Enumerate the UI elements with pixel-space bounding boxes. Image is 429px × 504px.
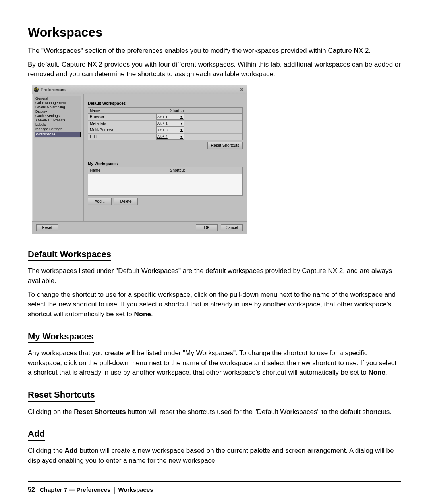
sidebar-item-labels[interactable]: Labels — [34, 123, 81, 127]
column-header-name: Name — [88, 108, 155, 114]
sidebar-item-manage-settings[interactable]: Manage Settings — [34, 127, 81, 131]
sidebar-item-color-management[interactable]: Color Management — [34, 101, 81, 105]
page-number: 52 — [28, 486, 35, 493]
sidebar-item-general[interactable]: General — [34, 96, 81, 101]
page-title: Workspaces — [28, 24, 401, 42]
page-footer: 52 Chapter 7 — Preferences | Workspaces — [28, 481, 401, 494]
section-add-p: Clicking the Add button will create a ne… — [28, 446, 401, 466]
sidebar-item-levels-sampling[interactable]: Levels & Sampling — [34, 105, 81, 110]
shortcut-dropdown[interactable]: Alt + 2▼ — [156, 121, 184, 127]
chevron-down-icon: ▼ — [180, 115, 183, 119]
dialog-titlebar: NX Preferences × — [32, 85, 247, 94]
intro-paragraph-1: The "Workspaces" section of the preferen… — [28, 46, 401, 56]
footer-chapter: Chapter 7 — Preferences — [40, 486, 110, 493]
shortcut-dropdown[interactable]: Alt + 1▼ — [156, 114, 184, 120]
shortcut-dropdown[interactable]: Alt + 4▼ — [156, 134, 184, 140]
sidebar-item-xmp-iptc-presets[interactable]: XMP/IPTC Presets — [34, 118, 81, 123]
default-workspaces-label: Default Workspaces — [88, 101, 243, 106]
section-my-workspaces-p: Any workspaces that you create will be l… — [28, 348, 401, 378]
preferences-content: Default Workspaces Name Shortcut Browser… — [84, 94, 247, 221]
section-add-heading: Add — [28, 428, 45, 441]
workspace-name: Edit — [88, 134, 155, 140]
close-icon[interactable]: × — [238, 86, 245, 94]
my-workspaces-label: My Workspaces — [88, 161, 243, 167]
my-workspaces-table: Name Shortcut — [88, 167, 243, 196]
cancel-button[interactable]: Cancel — [221, 224, 243, 231]
table-row: Multi-PurposeAlt + 3▼ — [88, 127, 242, 134]
table-row: BrowserAlt + 1▼ — [88, 114, 242, 121]
sidebar-item-workspaces[interactable]: Workspaces — [35, 132, 81, 137]
section-my-workspaces-heading: My Workspaces — [28, 331, 94, 343]
table-row: EditAlt + 4▼ — [88, 134, 242, 140]
chevron-down-icon: ▼ — [180, 135, 183, 139]
column-header-shortcut: Shortcut — [155, 108, 186, 114]
footer-section: Workspaces — [118, 486, 153, 493]
chevron-down-icon: ▼ — [180, 122, 183, 125]
intro-paragraph-2: By default, Capture NX 2 provides you wi… — [28, 60, 401, 79]
column-header-shortcut: Shortcut — [155, 167, 186, 174]
shortcut-dropdown[interactable]: Alt + 3▼ — [156, 127, 184, 133]
section-reset-shortcuts-p: Clicking on the Reset Shortcuts button w… — [28, 407, 401, 417]
section-default-workspaces-heading: Default Workspaces — [28, 248, 111, 261]
dialog-title: Preferences — [41, 87, 66, 93]
chevron-down-icon: ▼ — [180, 128, 183, 132]
reset-shortcuts-button[interactable]: Reset Shortcuts — [207, 142, 243, 149]
preferences-sidebar: GeneralColor ManagementLevels & Sampling… — [32, 94, 84, 221]
section-default-workspaces-p2: To change the shortcut to use for a spec… — [28, 290, 401, 319]
workspace-name: Browser — [88, 114, 155, 120]
section-reset-shortcuts-heading: Reset Shortcuts — [28, 389, 95, 402]
sidebar-item-cache-settings[interactable]: Cache Settings — [34, 114, 81, 118]
sidebar-item-display[interactable]: Display — [34, 110, 81, 114]
reset-button[interactable]: Reset — [36, 224, 58, 231]
add-button[interactable]: Add... — [88, 198, 112, 205]
app-icon: NX — [34, 87, 39, 92]
ok-button[interactable]: OK — [196, 224, 218, 231]
workspace-name: Multi-Purpose — [88, 127, 155, 133]
table-row: MetadataAlt + 2▼ — [88, 121, 242, 127]
delete-button[interactable]: Delete — [114, 198, 138, 205]
column-header-name: Name — [88, 167, 155, 174]
section-default-workspaces-p1: The workspaces listed under "Default Wor… — [28, 266, 401, 286]
workspace-name: Metadata — [88, 121, 155, 127]
preferences-dialog: NX Preferences × GeneralColor Management… — [32, 85, 247, 234]
default-workspaces-table: Name Shortcut BrowserAlt + 1▼MetadataAlt… — [88, 107, 243, 141]
